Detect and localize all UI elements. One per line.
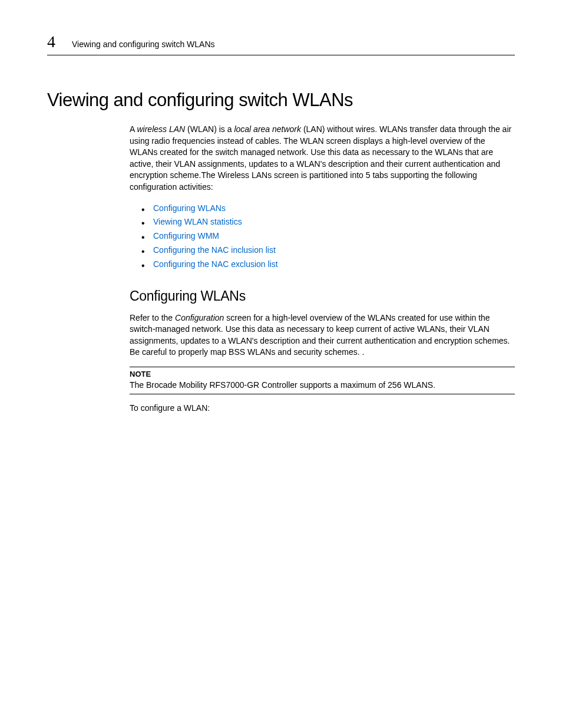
list-item: Viewing WLAN statistics	[141, 215, 515, 229]
page-header: 4 Viewing and configuring switch WLANs	[47, 32, 515, 55]
page-content: 4 Viewing and configuring switch WLANs V…	[0, 0, 562, 414]
closing-text: To configure a WLAN:	[130, 403, 515, 414]
section-heading: Configuring WLANs	[130, 288, 515, 304]
link-configuring-wlans[interactable]: Configuring WLANs	[153, 203, 226, 213]
note-label: NOTE	[130, 370, 515, 378]
note-text: The Brocade Mobility RFS7000-GR Controll…	[130, 380, 435, 390]
link-viewing-wlan-statistics[interactable]: Viewing WLAN statistics	[153, 217, 242, 226]
italic-configuration: Configuration	[175, 313, 224, 322]
link-configuring-wmm[interactable]: Configuring WMM	[153, 231, 219, 241]
italic-local-area-network: local area network	[234, 124, 301, 134]
list-item: Configuring WLANs	[141, 202, 515, 216]
running-header-title: Viewing and configuring switch WLANs	[72, 39, 215, 49]
list-item: Configuring WMM	[141, 229, 515, 243]
italic-wireless-lan: wireless LAN	[137, 124, 185, 134]
link-nac-exclusion[interactable]: Configuring the NAC exclusion list	[153, 259, 278, 269]
section-text-1: Refer to the	[130, 313, 175, 322]
list-item: Configuring the NAC inclusion list	[141, 243, 515, 258]
list-item: Configuring the NAC exclusion list	[141, 258, 515, 272]
note-block: NOTE The Brocade Mobility RFS7000-GR Con…	[130, 367, 515, 394]
section-paragraph: Refer to the Configuration screen for a …	[130, 312, 515, 358]
intro-text-1: A	[130, 124, 137, 134]
topic-bullet-list: Configuring WLANs Viewing WLAN statistic…	[141, 202, 515, 272]
chapter-number: 4	[47, 32, 55, 51]
intro-text-3: (LAN) without wires. WLANs transfer data…	[130, 124, 511, 192]
main-heading: Viewing and configuring switch WLANs	[47, 90, 515, 111]
link-nac-inclusion[interactable]: Configuring the NAC inclusion list	[153, 245, 276, 255]
intro-paragraph: A wireless LAN (WLAN) is a local area ne…	[130, 124, 515, 193]
intro-text-2: (WLAN) is a	[185, 124, 234, 134]
